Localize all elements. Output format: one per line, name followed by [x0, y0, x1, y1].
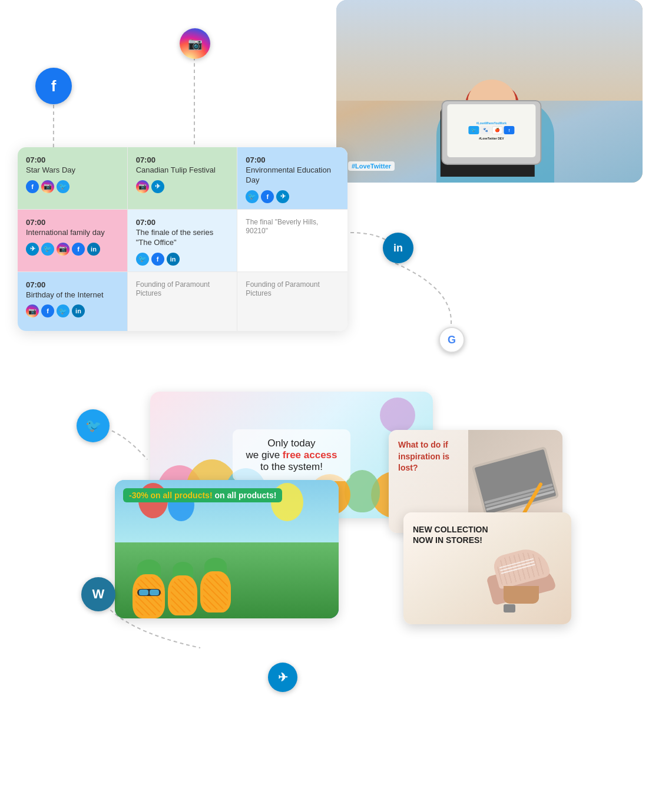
cal-title-4: International family day [26, 228, 119, 238]
pineapple-badge: -30% on all products! on all products! [123, 488, 282, 502]
cal-time-7: 07:00 [26, 280, 119, 289]
calendar-cell-4: 07:00 International family day ✈ 🐦 📷 f i… [18, 210, 128, 272]
calendar-cell-9: Founding of Paramount Pictures [237, 272, 347, 331]
telegram-cal-icon-3[interactable]: ✈ [276, 190, 289, 203]
card-sneaker: NEW COLLECTION NOW IN STORES! [403, 512, 571, 624]
calendar-cell-1: 07:00 Star Wars Day f 📷 🐦 [18, 147, 128, 210]
card-access-line1: Only today [246, 438, 337, 449]
facebook-cal-icon-3[interactable]: f [261, 190, 274, 203]
facebook-cal-icon[interactable]: f [26, 180, 39, 193]
cal-time-5: 07:00 [136, 218, 229, 227]
calendar-cell-5: 07:00 The finale of the series "The Offi… [128, 210, 238, 272]
instagram-icon: 📷 [188, 37, 203, 51]
linkedin-cal-icon-7[interactable]: in [72, 304, 85, 317]
google-icon: G [448, 334, 456, 346]
cal-title-8: Founding of Paramount Pictures [136, 280, 229, 299]
instagram-cal-icon-4[interactable]: 📷 [57, 243, 69, 256]
linkedin-icon: in [393, 242, 403, 254]
card-access-line2: we give free access [246, 449, 337, 461]
facebook-cal-icon-4[interactable]: f [72, 243, 85, 256]
top-photo: #LoveWhereYouWork 🐦 🐾 🍎 f #LoveTwitter D… [336, 0, 643, 183]
facebook-cal-icon-5[interactable]: f [151, 253, 164, 266]
facebook-icon: f [51, 77, 57, 95]
calendar-panel: 07:00 Star Wars Day f 📷 🐦 07:00 Canadian… [18, 147, 347, 331]
twitter-icon: 🐦 [85, 418, 101, 433]
calendar-cell-6: The final "Beverly Hills, 90210" [237, 210, 347, 272]
cal-title-6: The final "Beverly Hills, 90210" [246, 218, 339, 236]
card-sneaker-title: NEW COLLECTION NOW IN STORES! [413, 524, 495, 545]
twitter-cal-icon-4[interactable]: 🐦 [41, 243, 54, 256]
calendar-cell-7: 07:00 Birthday of the Internet 📷 f 🐦 in [18, 272, 128, 331]
free-access-highlight: free access [283, 449, 337, 461]
twitter-cal-icon-3[interactable]: 🐦 [246, 190, 259, 203]
cal-time-2: 07:00 [136, 155, 229, 164]
twitter-cal-icon-7[interactable]: 🐦 [57, 304, 69, 317]
twitter-cal-icon[interactable]: 🐦 [57, 180, 69, 193]
card-access-line3: to the system! [246, 461, 337, 473]
linkedin-bubble[interactable]: in [383, 233, 413, 263]
wordpress-icon: W [92, 587, 105, 602]
hashtag-label: #LoveTwitter [348, 161, 395, 171]
telegram-cal-icon-2[interactable]: ✈ [151, 180, 164, 193]
cal-time-1: 07:00 [26, 155, 119, 164]
telegram-icon: ✈ [278, 670, 288, 684]
telegram-bubble-bottom[interactable]: ✈ [268, 663, 297, 692]
facebook-bubble[interactable]: f [35, 68, 72, 104]
cal-title-2: Canadian Tulip Festival [136, 165, 229, 176]
instagram-cal-icon-2[interactable]: 📷 [136, 180, 149, 193]
twitter-bubble[interactable]: 🐦 [77, 409, 110, 442]
twitter-cal-icon-5[interactable]: 🐦 [136, 253, 149, 266]
calendar-cell-3: 07:00 Environmental Education Day 🐦 f ✈ [237, 147, 347, 210]
instagram-cal-icon[interactable]: 📷 [41, 180, 54, 193]
cal-title-7: Birthday of the Internet [26, 290, 119, 300]
cal-time-3: 07:00 [246, 155, 339, 164]
cal-title-5: The finale of the series "The Office" [136, 228, 229, 248]
cal-title-3: Environmental Education Day [246, 165, 339, 186]
cal-title-9: Founding of Paramount Pictures [246, 280, 339, 299]
calendar-cell-8: Founding of Paramount Pictures [128, 272, 238, 331]
cal-title-1: Star Wars Day [26, 165, 119, 176]
card-pineapple: -30% on all products! on all products! [115, 480, 339, 618]
cal-time-4: 07:00 [26, 218, 119, 227]
linkedin-cal-icon-5[interactable]: in [167, 253, 180, 266]
card-blog-title: What to do if inspiration is lost? [398, 439, 471, 474]
telegram-cal-icon-4[interactable]: ✈ [26, 243, 39, 256]
calendar-cell-2: 07:00 Canadian Tulip Festival 📷 ✈ [128, 147, 238, 210]
instagram-bubble[interactable]: 📷 [180, 28, 210, 59]
instagram-cal-icon-7[interactable]: 📷 [26, 304, 39, 317]
linkedin-cal-icon-4[interactable]: in [87, 243, 100, 256]
facebook-cal-icon-7[interactable]: f [41, 304, 54, 317]
wordpress-bubble[interactable]: W [81, 577, 115, 611]
google-bubble[interactable]: G [439, 327, 465, 353]
